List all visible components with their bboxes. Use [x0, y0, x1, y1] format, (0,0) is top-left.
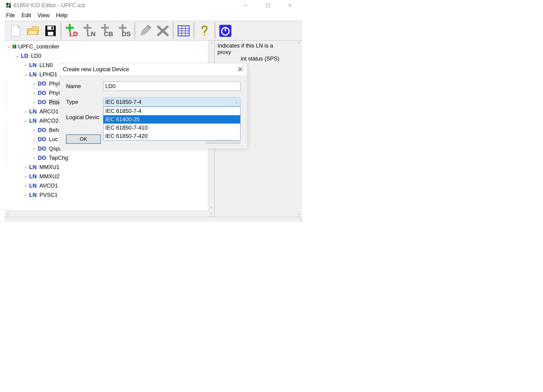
close-button[interactable]: [279, 0, 301, 11]
tree-node-ln[interactable]: › LN MMXU2: [6, 172, 208, 181]
expander-icon[interactable]: ›: [23, 109, 28, 114]
window-controls: [234, 0, 301, 11]
svg-rect-19: [119, 27, 127, 29]
info-vertical-scrollbar[interactable]: ⌃ ⌄: [296, 41, 302, 217]
scroll-up-icon[interactable]: ⌃: [296, 41, 302, 47]
tree-node-ln[interactable]: › LN PVSC1: [6, 190, 208, 200]
minimize-button[interactable]: [234, 0, 257, 11]
add-ln-label: LN: [87, 30, 96, 38]
menu-file[interactable]: File: [6, 12, 15, 18]
tree-node-do[interactable]: › DO TapChg: [6, 153, 208, 162]
tree-node-label: MMXU2: [40, 173, 60, 180]
menu-view[interactable]: View: [38, 12, 50, 18]
svg-rect-11: [51, 27, 53, 29]
expander-icon[interactable]: ›: [32, 156, 36, 160]
info-text-line: proxy: [217, 49, 295, 56]
open-file-button[interactable]: [25, 22, 41, 39]
expander-icon[interactable]: ›: [23, 183, 28, 188]
resize-grip-icon[interactable]: [298, 218, 302, 221]
tree-node-label: LPHD1: [40, 71, 57, 78]
new-file-button[interactable]: [7, 22, 24, 39]
tag-ln: LN: [29, 182, 37, 189]
expander-icon[interactable]: ›: [23, 63, 28, 68]
help-button[interactable]: [196, 22, 213, 39]
tag-ln: LN: [29, 164, 37, 170]
ok-button-label: OK: [80, 136, 87, 142]
scroll-up-icon[interactable]: ⌃: [208, 41, 215, 47]
expander-icon[interactable]: ›: [23, 193, 28, 197]
power-button[interactable]: [217, 22, 234, 39]
tree-node-label: Beh: [49, 127, 59, 133]
type-option[interactable]: IEC 61400-25: [103, 115, 240, 123]
tag-ld: LD: [21, 53, 28, 59]
type-combobox-display[interactable]: IEC 61850-7-4 ⌄: [103, 97, 240, 107]
tag-ln: LN: [29, 62, 37, 68]
svg-rect-0: [6, 3, 8, 5]
svg-rect-2: [6, 6, 8, 8]
tree-node-ln[interactable]: › LN MMXU1: [6, 162, 208, 172]
tag-do: DO: [38, 99, 46, 106]
add-ds-button[interactable]: DS: [116, 22, 133, 39]
save-file-button[interactable]: [42, 22, 59, 39]
tag-do: DO: [38, 136, 46, 143]
tree-node-label: TapChg: [49, 155, 68, 161]
tree-node-label: UPFC_controller: [18, 43, 59, 50]
logical-device-label-truncated: Logical Devic: [66, 114, 99, 121]
add-cb-label: CB: [104, 30, 113, 38]
expander-icon[interactable]: ›: [23, 174, 28, 179]
tag-do: DO: [38, 90, 46, 96]
delete-button[interactable]: [154, 22, 171, 39]
type-option[interactable]: IEC 61850-7-420: [103, 132, 240, 140]
name-label: Name: [66, 83, 103, 90]
app-icon: [6, 3, 11, 8]
tree-root[interactable]: ⌄ UPFC_controller: [6, 42, 208, 51]
tree-node-label: ARCO2: [40, 118, 59, 124]
menu-edit[interactable]: Edit: [22, 12, 31, 18]
add-ld-button[interactable]: LD: [63, 22, 80, 39]
expander-icon[interactable]: ›: [32, 128, 36, 133]
tree-horizontal-scrollbar[interactable]: ‹ ›: [5, 210, 215, 217]
tree-node-ln[interactable]: › LN AVCO1: [6, 181, 208, 190]
type-option[interactable]: IEC 61850-7-410: [103, 123, 240, 132]
dialog-title: Create new Logical Device: [63, 66, 235, 73]
tag-ln: LN: [29, 118, 37, 124]
expander-icon[interactable]: ›: [32, 100, 36, 105]
expander-icon[interactable]: ›: [23, 165, 28, 170]
name-input[interactable]: [103, 82, 240, 91]
expander-icon[interactable]: ›: [32, 81, 36, 86]
info-text-line: Indicates if this LN is a: [217, 42, 295, 49]
ok-button[interactable]: OK: [66, 134, 101, 144]
tree-node-label: Loc: [49, 136, 58, 143]
add-cb-button[interactable]: CB: [98, 22, 115, 39]
expander-icon[interactable]: ›: [32, 146, 36, 151]
scroll-down-icon[interactable]: ⌄: [296, 210, 302, 217]
tag-do: DO: [38, 155, 46, 161]
table-view-button[interactable]: [175, 22, 192, 39]
scroll-down-icon[interactable]: ⌄: [208, 204, 215, 210]
edit-button[interactable]: [137, 22, 153, 39]
dialog-close-button[interactable]: [235, 64, 246, 75]
tag-do: DO: [38, 127, 46, 133]
add-ln-button[interactable]: LN: [81, 22, 97, 39]
expander-icon[interactable]: ›: [32, 91, 36, 95]
maximize-button[interactable]: [257, 0, 279, 11]
tree-node-ld[interactable]: ⌄ LD LD0: [6, 51, 208, 61]
expander-icon[interactable]: ⌄: [23, 118, 28, 123]
tree-node-label: ARCO1: [40, 108, 59, 115]
chevron-down-icon: ⌄: [235, 100, 238, 104]
svg-rect-10: [48, 32, 53, 35]
expander-icon[interactable]: ⌄: [15, 53, 19, 58]
type-option[interactable]: IEC 61850-7-4: [103, 107, 240, 115]
app-window: 61850 ICD Editor - UPFC.icd File Edit Vi…: [5, 0, 302, 223]
type-combobox[interactable]: IEC 61850-7-4 ⌄ IEC 61850-7-4 IEC 61400-…: [103, 97, 240, 107]
tree-node-label: PVSC1: [40, 192, 58, 198]
toolbar: LD LN CB DS: [5, 21, 302, 41]
expander-icon[interactable]: ⌄: [23, 72, 28, 77]
expander-icon[interactable]: ›: [32, 137, 36, 142]
expander-icon[interactable]: ⌄: [6, 44, 11, 49]
scroll-left-icon[interactable]: ‹: [5, 211, 11, 217]
menu-help[interactable]: Help: [56, 12, 68, 18]
scroll-right-icon[interactable]: ›: [208, 211, 215, 217]
ied-icon: [12, 45, 16, 48]
menu-bar: File Edit View Help: [5, 11, 302, 21]
